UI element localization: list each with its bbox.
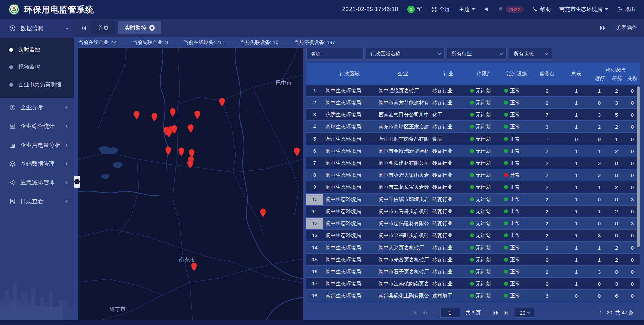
prev-page-button[interactable] <box>422 310 428 315</box>
status-dot-icon <box>470 197 474 201</box>
table-row[interactable]: 14阆中生态环境局阆中大兴页岩机砖厂砖瓦行业无计划正常21120 <box>306 242 640 254</box>
status-select[interactable]: 所有状态 <box>509 48 552 60</box>
phone-icon <box>532 7 538 12</box>
sidebar-item-企业用电量分析[interactable]: 企业用电量分析 <box>0 136 74 154</box>
cell-total-meters: 1 <box>562 257 591 263</box>
alert-circle-icon <box>9 104 16 111</box>
cell-running: 1 <box>591 184 608 190</box>
table-row[interactable]: 18南部生态环境局南部县砚化土陶有限公建材加工无计划正常60060 <box>306 290 640 302</box>
cell-total-meters: 1 <box>562 160 591 166</box>
page-number-input[interactable] <box>440 308 460 318</box>
cell-industry: 砖瓦行业 <box>430 196 467 203</box>
table-scrollbar-thumb[interactable] <box>637 86 640 247</box>
cell-facility-status: 正常 <box>501 196 532 203</box>
table-row[interactable]: 13阆中生态环境局阆中市金福旺页岩机砖砖瓦行业无计划正常21300 <box>306 230 640 242</box>
cell-running: 1 <box>591 209 608 214</box>
cell-company: 阆中千佛镇五郎垭页岩 <box>376 196 430 203</box>
sidebar-subitem-企业电力负荷明细[interactable]: 企业电力负荷明细 <box>0 76 74 93</box>
name-search-input[interactable] <box>306 48 364 60</box>
status-dot-icon <box>504 137 508 141</box>
cell-running: 2 <box>591 124 608 130</box>
map-marker-icon[interactable] <box>170 108 176 117</box>
help-button[interactable]: 帮助 <box>532 6 551 13</box>
sidebar-item-数据监测[interactable]: 数据监测 <box>0 19 74 38</box>
logout-button[interactable]: 退出 <box>617 6 635 13</box>
cell-region: 阆中生态环境局 <box>323 88 376 94</box>
table-row[interactable]: 12阆中生态环境局阆中市忠信建材有限公砖瓦行业无计划正常21003 <box>306 218 640 230</box>
cell-monitor-points: 2 <box>532 100 562 106</box>
cell-running: 0 <box>591 197 608 202</box>
org-dropdown[interactable]: 南充市生态环境局 <box>559 6 608 13</box>
status-dot-icon <box>470 149 474 153</box>
table-row[interactable]: 17阆中生态环境局阆中市江南镇阆南页岩砖瓦行业无计划正常21030 <box>306 278 640 290</box>
map-marker-icon[interactable] <box>187 160 194 169</box>
table-row[interactable]: 6阆中生态环境局阆中市金博瑞新型墙材砖瓦行业无计划正常21120 <box>306 145 640 157</box>
sidebar-subitem-实时监控[interactable]: 实时监控 <box>0 41 74 58</box>
map-marker-icon[interactable] <box>219 98 225 107</box>
map-collapse-button[interactable] <box>74 176 80 188</box>
table-row[interactable]: 16阆中生态环境局阆中市石子页岩机砖厂砖瓦行业无计划正常21300 <box>306 266 640 278</box>
stat-value: 147 <box>327 39 335 45</box>
first-page-button[interactable] <box>412 310 417 315</box>
table-row[interactable]: 10阆中生态环境局阆中千佛镇五郎垭页岩砖瓦行业无计划正常21003 <box>306 194 640 206</box>
cell-company: 阆中明阳建材有限公司 <box>376 160 430 166</box>
map-marker-icon[interactable] <box>178 147 185 156</box>
map-marker-icon[interactable] <box>151 113 158 122</box>
sidebar-subitem-视频监控[interactable]: 视频监控 <box>0 58 74 76</box>
tab-首页[interactable]: 首页 <box>91 21 115 34</box>
sidebar-item-应急减排管理[interactable]: 应急减排管理 <box>0 173 74 192</box>
table-row[interactable]: 8阆中生态环境局阆中市枣碧大梁山页岩砖瓦行业无计划异常21300 <box>306 169 640 181</box>
cell-running: 0 <box>591 221 608 226</box>
stat-value: 44 <box>111 39 117 45</box>
industry-select[interactable]: 所有行业 <box>447 48 507 60</box>
map-marker-icon[interactable] <box>191 262 197 271</box>
sidebar-item-日志查看[interactable]: 日志查看 <box>0 192 74 211</box>
tab-实时监控[interactable]: 实时监控✕ <box>118 21 161 34</box>
status-dot-icon <box>504 173 508 177</box>
table-row[interactable]: 3仪陇生态环境局西南油气田分公司川中化工无计划正常71350 <box>306 109 640 121</box>
cell-company: 阆中市南方节能建材有 <box>376 100 430 106</box>
status-dot-icon <box>504 258 508 262</box>
last-page-button[interactable] <box>504 310 509 315</box>
tabs-scroll-left-icon[interactable] <box>80 25 87 31</box>
tabs-scroll-right-icon[interactable] <box>600 25 606 31</box>
map-marker-icon[interactable] <box>260 208 266 217</box>
theme-dropdown[interactable]: 主题 <box>459 6 475 13</box>
table-row[interactable]: 1阆中生态环境局阆中强锐页岩砖厂砖瓦行业无计划正常21120 <box>306 85 640 97</box>
table-row[interactable]: 9阆中生态环境局阆中市二龙长宝页岩砖砖瓦行业无计划正常21120 <box>306 181 640 194</box>
table-row[interactable]: 4高坪生态环境局南充市高坪区王家店建砖瓦行业无计划正常31220 <box>306 121 640 133</box>
map-marker-icon[interactable] <box>293 147 300 156</box>
map-canvas[interactable]: 巴中市南充市遂宁市 <box>78 48 303 320</box>
cell-production-status: 无计划 <box>467 160 501 166</box>
sidebar-item-基础数据管理[interactable]: 基础数据管理 <box>0 154 74 173</box>
sidebar-item-企业综合统计[interactable]: 企业综合统计 <box>0 117 74 136</box>
status-dot-icon <box>470 294 474 298</box>
page-size-select[interactable]: 20 <box>515 308 534 318</box>
close-icon[interactable]: ✕ <box>149 25 155 31</box>
log-file-icon <box>9 198 16 205</box>
cell-company: 阆中市金博瑞新型墙材 <box>376 148 430 154</box>
map-marker-icon[interactable] <box>165 146 171 155</box>
map-marker-icon[interactable] <box>133 111 140 120</box>
map-marker-icon[interactable] <box>187 124 194 133</box>
table-row[interactable]: 5营山生态环境局营山县润丰肉食品有限食品无计划正常10010 <box>306 133 640 145</box>
close-operations-button[interactable]: 关闭操作 <box>616 24 637 32</box>
next-page-button[interactable] <box>493 310 499 315</box>
map-panel[interactable]: 巴中市南充市遂宁市 <box>78 48 303 320</box>
status-dot-icon <box>504 113 508 117</box>
cell-industry: 砖瓦行业 <box>430 160 467 166</box>
table-row[interactable]: 2阆中生态环境局阆中市南方节能建材有砖瓦行业无计划正常21030 <box>306 97 640 109</box>
notifications-button[interactable]: 2632 <box>498 6 524 13</box>
column-header-企业: 企业 <box>376 71 430 77</box>
sidebar-item-企业异常[interactable]: 企业异常 <box>0 98 74 117</box>
map-marker-icon[interactable] <box>171 125 177 134</box>
table-row[interactable]: 7阆中生态环境局阆中明阳建材有限公司砖瓦行业无计划正常21300 <box>306 157 640 169</box>
bullet-dot-icon <box>9 48 13 52</box>
fullscreen-button[interactable]: 全屏 <box>431 6 450 13</box>
region-select[interactable]: 行政区域名称 <box>366 48 445 60</box>
table-row[interactable]: 11阆中生态环境局阆中市五马桥页岩机砖砖瓦行业无计划正常21120 <box>306 206 640 218</box>
table-row[interactable]: 15阆中生态环境局阆中市光富页岩机砖厂砖瓦行业无计划正常21120 <box>306 254 640 266</box>
map-marker-icon[interactable] <box>194 110 201 119</box>
mute-button[interactable] <box>484 7 489 12</box>
speaker-icon <box>484 7 489 12</box>
